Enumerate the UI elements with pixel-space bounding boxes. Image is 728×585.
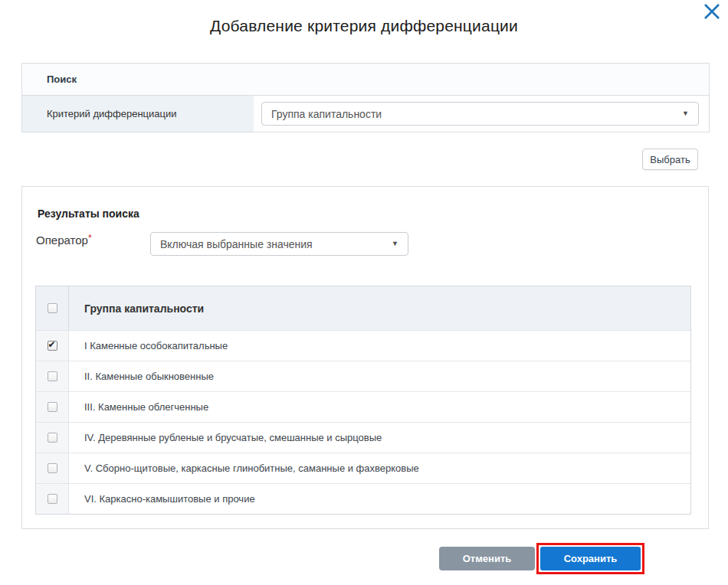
table-row: II. Каменные обыкновенные: [36, 361, 690, 391]
chevron-down-icon: ▼: [392, 240, 398, 247]
row-label: VI. Каркасно-камышитовые и прочие: [69, 484, 690, 514]
row-label: V. Сборно-щитовые, каркасные глинобитные…: [69, 453, 690, 483]
criterion-value-cell: Группа капитальности ▼: [254, 96, 709, 132]
table-row: IV. Деревянные рубленые и брусчатые, сме…: [36, 422, 690, 453]
table-row: V. Сборно-щитовые, каркасные глинобитные…: [36, 453, 690, 483]
search-results-panel: Результаты поиска Оператор* Включая выбр…: [21, 186, 709, 529]
row-label: III. Каменные облегченные: [69, 392, 690, 422]
row-checkbox[interactable]: [48, 494, 57, 504]
criterion-label: Критерий дифференциации: [22, 96, 254, 132]
required-asterisk: *: [88, 233, 92, 243]
search-section-title: Поиск: [22, 64, 709, 96]
save-button[interactable]: Сохранить: [540, 547, 641, 570]
row-checkbox[interactable]: [48, 402, 57, 412]
row-checkbox-cell[interactable]: [36, 331, 69, 361]
table-row: III. Каменные облегченные: [36, 391, 690, 422]
criterion-select[interactable]: Группа капитальности ▼: [261, 102, 699, 126]
row-checkbox[interactable]: [48, 433, 57, 443]
criterion-row: Критерий дифференциации Группа капитальн…: [22, 96, 709, 132]
row-checkbox-cell[interactable]: [36, 453, 69, 483]
cancel-button[interactable]: Отменить: [439, 547, 535, 570]
table-row: I Каменные особокапитальные: [36, 330, 690, 361]
table-header-label: Группа капитальности: [69, 286, 690, 330]
operator-select-value: Включая выбранные значения: [160, 238, 313, 250]
capital-groups-table: Группа капитальности I Каменные особокап…: [35, 286, 691, 515]
operator-select[interactable]: Включая выбранные значения ▼: [150, 232, 408, 256]
row-label: II. Каменные обыкновенные: [69, 361, 690, 391]
chevron-down-icon: ▼: [682, 110, 689, 117]
row-label: IV. Деревянные рубленые и брусчатые, сме…: [69, 423, 690, 453]
results-title: Результаты поиска: [38, 208, 139, 220]
row-label: I Каменные особокапитальные: [69, 331, 690, 361]
row-checkbox-cell[interactable]: [36, 484, 69, 514]
row-checkbox-cell[interactable]: [36, 423, 69, 453]
criterion-select-value: Группа капитальности: [271, 108, 382, 120]
save-button-highlight: Сохранить: [536, 543, 644, 574]
row-checkbox-cell[interactable]: [36, 392, 69, 422]
table-row: VI. Каркасно-камышитовые и прочие: [36, 483, 690, 514]
row-checkbox[interactable]: [48, 371, 57, 381]
table-header-row: Группа капитальности: [36, 286, 690, 330]
operator-label: Оператор*: [36, 233, 92, 247]
select-all-checkbox[interactable]: [48, 303, 57, 313]
choose-button[interactable]: Выбрать: [642, 149, 698, 170]
row-checkbox[interactable]: [48, 463, 57, 473]
row-checkbox-cell[interactable]: [36, 361, 69, 391]
select-all-cell[interactable]: [36, 286, 69, 330]
search-section: Поиск Критерий дифференциации Группа кап…: [21, 63, 710, 132]
page-title: Добавление критерия дифференциации: [0, 17, 728, 35]
row-checkbox[interactable]: [48, 341, 57, 351]
